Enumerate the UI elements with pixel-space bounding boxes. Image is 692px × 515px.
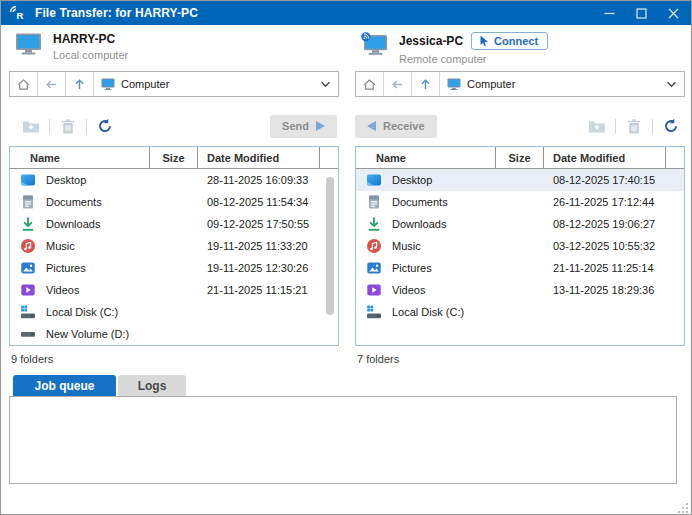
local-computer-label: Local computer bbox=[53, 49, 128, 61]
music-folder-icon bbox=[20, 238, 36, 254]
new-folder-icon[interactable] bbox=[587, 117, 607, 135]
connect-button[interactable]: Connect bbox=[471, 32, 548, 50]
remote-signal-icon: R bbox=[9, 5, 25, 21]
column-header-date-modified[interactable]: Date Modified bbox=[198, 147, 320, 168]
file-date-modified: 19-11-2025 12:30:26 bbox=[198, 262, 320, 274]
file-row[interactable]: Documents08-12-2025 11:54:34 bbox=[10, 191, 338, 213]
local-computer-name: HARRY-PC bbox=[53, 32, 115, 46]
column-header-size[interactable]: Size bbox=[150, 147, 198, 168]
file-row[interactable]: Downloads08-12-2025 19:06:27 bbox=[356, 213, 684, 235]
remote-file-list: NameSizeDate ModifiedDesktop08-12-2025 1… bbox=[355, 146, 685, 346]
job-queue-panel bbox=[9, 396, 677, 484]
remote-path-text: Computer bbox=[467, 78, 515, 90]
close-button[interactable] bbox=[657, 1, 689, 25]
file-row[interactable]: Downloads09-12-2025 17:50:55 bbox=[10, 213, 338, 235]
file-name-cell: Music bbox=[356, 238, 496, 254]
file-name-cell: Desktop bbox=[10, 172, 150, 188]
pictures-folder-icon bbox=[20, 260, 36, 276]
delete-icon[interactable] bbox=[624, 117, 644, 135]
new-folder-icon[interactable] bbox=[21, 117, 41, 135]
local-computer-icon bbox=[15, 32, 42, 56]
local-path-dropdown[interactable]: Computer bbox=[94, 72, 338, 96]
file-row[interactable]: Videos21-11-2025 11:15:21 bbox=[10, 279, 338, 301]
videos-folder-icon bbox=[20, 282, 36, 298]
file-row[interactable]: Desktop08-12-2025 17:40:15 bbox=[356, 169, 684, 191]
delete-icon[interactable] bbox=[58, 117, 78, 135]
pictures-folder-icon bbox=[366, 260, 382, 276]
tab-job-queue[interactable]: Job queue bbox=[13, 375, 116, 396]
home-button[interactable] bbox=[356, 72, 384, 96]
local-disk-icon bbox=[20, 304, 36, 320]
file-row[interactable]: Local Disk (C:) bbox=[10, 301, 338, 323]
minimize-button[interactable] bbox=[593, 1, 625, 25]
local-toolbar: Send bbox=[9, 113, 339, 139]
downloads-folder-icon bbox=[20, 216, 36, 232]
up-button[interactable] bbox=[66, 72, 94, 96]
local-path-text: Computer bbox=[121, 78, 169, 90]
local-file-list: NameSizeDate ModifiedDesktop28-11-2025 1… bbox=[9, 146, 339, 346]
file-name: Documents bbox=[392, 196, 448, 208]
file-row[interactable]: Pictures19-11-2025 12:30:26 bbox=[10, 257, 338, 279]
documents-folder-icon bbox=[366, 194, 382, 210]
file-name-cell: Downloads bbox=[10, 216, 150, 232]
back-button[interactable] bbox=[384, 72, 412, 96]
file-name-cell: Downloads bbox=[356, 216, 496, 232]
column-header-name[interactable]: Name bbox=[10, 147, 150, 168]
toolbar-separator bbox=[615, 119, 616, 134]
back-button[interactable] bbox=[38, 72, 66, 96]
file-date-modified: 08-12-2025 17:40:15 bbox=[544, 174, 666, 186]
refresh-icon[interactable] bbox=[661, 117, 681, 135]
music-folder-icon bbox=[366, 238, 382, 254]
local-folder-count: 9 folders bbox=[11, 353, 53, 365]
file-row[interactable]: Videos13-11-2025 18:29:36 bbox=[356, 279, 684, 301]
file-row[interactable]: New Volume (D:) bbox=[10, 323, 338, 345]
file-date-modified: 28-11-2025 16:09:33 bbox=[198, 174, 320, 186]
maximize-button[interactable] bbox=[625, 1, 657, 25]
file-name: Videos bbox=[46, 284, 79, 296]
up-button[interactable] bbox=[412, 72, 440, 96]
remote-computer-header: Jessica-PC Connect Remote computer bbox=[361, 32, 548, 65]
file-row[interactable]: Local Disk (C:) bbox=[356, 301, 684, 323]
column-header-size[interactable]: Size bbox=[496, 147, 544, 168]
file-name-cell: Documents bbox=[356, 194, 496, 210]
column-header-name[interactable]: Name bbox=[356, 147, 496, 168]
bottom-tabs: Job queue Logs bbox=[13, 375, 186, 396]
desktop-folder-icon bbox=[20, 172, 36, 188]
window-controls bbox=[593, 1, 689, 25]
scrollbar-thumb[interactable] bbox=[326, 177, 334, 315]
home-button[interactable] bbox=[10, 72, 38, 96]
remote-computer-icon bbox=[361, 32, 388, 56]
file-row[interactable]: Documents26-11-2025 17:12:44 bbox=[356, 191, 684, 213]
file-row[interactable]: Desktop28-11-2025 16:09:33 bbox=[10, 169, 338, 191]
toolbar-separator bbox=[86, 119, 87, 134]
send-button[interactable]: Send bbox=[270, 115, 337, 138]
remote-folder-count: 7 folders bbox=[357, 353, 399, 365]
tab-logs[interactable]: Logs bbox=[118, 375, 186, 396]
remote-navbar: Computer bbox=[355, 71, 685, 97]
file-date-modified: 09-12-2025 17:50:55 bbox=[198, 218, 320, 230]
file-row[interactable]: Music03-12-2025 10:55:32 bbox=[356, 235, 684, 257]
chevron-down-icon[interactable] bbox=[312, 72, 338, 96]
receive-button[interactable]: Receive bbox=[355, 115, 437, 138]
file-row[interactable]: Music19-11-2025 11:33:20 bbox=[10, 235, 338, 257]
file-name: Desktop bbox=[46, 174, 86, 186]
file-name: Pictures bbox=[392, 262, 432, 274]
local-navbar: Computer bbox=[9, 71, 339, 97]
computer-icon bbox=[101, 78, 115, 90]
chevron-down-icon[interactable] bbox=[658, 72, 684, 96]
file-name: Music bbox=[46, 240, 75, 252]
documents-folder-icon bbox=[20, 194, 36, 210]
refresh-icon[interactable] bbox=[95, 117, 115, 135]
computer-icon bbox=[447, 78, 461, 90]
receive-arrow-icon bbox=[367, 121, 376, 131]
resize-grip-icon[interactable] bbox=[677, 500, 689, 512]
remote-path-dropdown[interactable]: Computer bbox=[440, 72, 684, 96]
file-row[interactable]: Pictures21-11-2025 11:25:14 bbox=[356, 257, 684, 279]
file-list-header: NameSizeDate Modified bbox=[10, 147, 338, 169]
file-name: Desktop bbox=[392, 174, 432, 186]
send-arrow-icon bbox=[316, 121, 325, 131]
column-header-date-modified[interactable]: Date Modified bbox=[544, 147, 666, 168]
local-disk-icon bbox=[366, 304, 382, 320]
file-name-cell: Desktop bbox=[356, 172, 496, 188]
send-button-label: Send bbox=[282, 120, 309, 132]
